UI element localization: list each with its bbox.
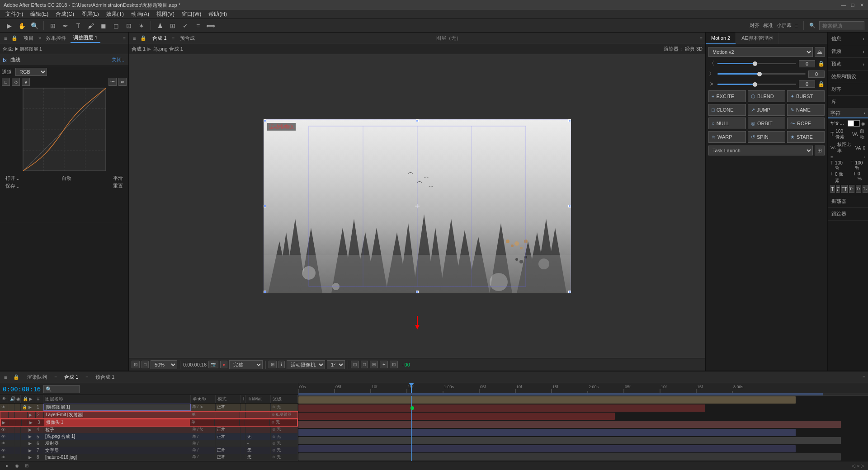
tool-select[interactable]: ▶: [4, 20, 14, 31]
comp-lock-icon[interactable]: 🔒: [139, 35, 148, 42]
save-btn[interactable]: 保存...: [5, 183, 19, 189]
tool-align[interactable]: ⊞: [167, 20, 178, 31]
l1-solo[interactable]: [14, 404, 21, 411]
breadcrumb-comp1[interactable]: 合成 1: [132, 46, 146, 52]
name-btn[interactable]: ✎ NAME: [787, 104, 825, 116]
l2-vis[interactable]: [0, 412, 9, 418]
l5-name[interactable]: [鸟.png 合成 1]: [43, 433, 191, 440]
tab-effects-ctrl[interactable]: 效果控件: [43, 34, 69, 42]
l1-vis[interactable]: 👁: [0, 404, 8, 411]
y-value-input[interactable]: [808, 70, 825, 78]
l2-audio[interactable]: [9, 412, 15, 418]
comp-header-icon[interactable]: ≡: [700, 36, 703, 41]
layer-row-8[interactable]: 👁 ▶ 8 [nature-016.jpg] 单 / 正常 无 ⊙ 无: [0, 454, 298, 461]
menu-view[interactable]: 视图(V): [153, 10, 178, 19]
curve-shape-3[interactable]: ∧: [22, 78, 30, 86]
vp-btn-2[interactable]: □: [142, 361, 149, 368]
handle-mr[interactable]: [568, 205, 571, 207]
audio-item[interactable]: 音频 ›: [828, 45, 868, 58]
l6-solo[interactable]: [14, 440, 21, 446]
l7-solo[interactable]: [14, 447, 21, 453]
preview-item[interactable]: 预览 ›: [828, 58, 868, 70]
l8-collapse[interactable]: ▶: [27, 454, 35, 461]
l7-name[interactable]: 文字层: [43, 447, 191, 454]
z-value-input[interactable]: [799, 80, 815, 88]
z-slider-handle[interactable]: [753, 82, 757, 87]
panel-header-icon[interactable]: ≡: [123, 36, 126, 41]
l3-vis[interactable]: ▶: [1, 419, 9, 426]
y-slider-handle[interactable]: [757, 72, 762, 76]
menu-window[interactable]: 窗口(W): [178, 10, 205, 19]
text-color-white[interactable]: [848, 120, 854, 127]
style-sub2[interactable]: Tₓ: [863, 185, 868, 193]
status-icon-1[interactable]: ●: [4, 463, 10, 469]
nav-right[interactable]: ▷: [861, 463, 864, 468]
l6-vis[interactable]: 👁: [0, 440, 8, 446]
tool-pen[interactable]: ✒: [60, 20, 71, 31]
l2-collapse[interactable]: ▶: [28, 412, 36, 418]
zoom-select[interactable]: 50% 100% 200%: [151, 360, 177, 369]
tl-tab-precomp[interactable]: 预合成 1: [93, 373, 117, 381]
tool-more[interactable]: ⟺: [205, 20, 216, 31]
l5-solo[interactable]: [14, 433, 21, 440]
menu-edit[interactable]: 编辑(E): [27, 10, 52, 19]
x-lock-icon[interactable]: 🔒: [818, 61, 825, 67]
z-slider[interactable]: [717, 84, 796, 85]
reset-btn[interactable]: 重置: [113, 183, 123, 189]
tl-tab-comp1[interactable]: 合成 1: [61, 373, 81, 381]
tool-puppet[interactable]: ✶: [136, 20, 147, 31]
tl-header-icon[interactable]: ≡: [863, 375, 865, 380]
l8-solo[interactable]: [14, 454, 21, 461]
maximize-button[interactable]: □: [850, 2, 855, 8]
l5-vis[interactable]: 👁: [0, 433, 8, 440]
handle-tl[interactable]: [264, 119, 266, 122]
l3-collapse[interactable]: ▶: [28, 419, 36, 426]
minimize-button[interactable]: —: [841, 2, 846, 8]
style-bold[interactable]: T: [830, 185, 835, 193]
tool-brush[interactable]: 🖌: [85, 20, 96, 31]
l4-collapse[interactable]: ▶: [27, 427, 35, 433]
l2-name[interactable]: LayerEmit [发射器]: [44, 412, 190, 418]
l6-name[interactable]: 发射器: [43, 440, 191, 446]
help-search[interactable]: [819, 21, 864, 30]
handle-ml[interactable]: [264, 205, 266, 207]
orbit-btn[interactable]: ◎ ORBIT: [748, 118, 785, 129]
tab-adjust-layer[interactable]: 调整图层 1: [71, 33, 100, 43]
comp-menu-icon[interactable]: ≡: [132, 35, 137, 42]
style-italic[interactable]: T: [836, 185, 840, 193]
layer-row-4[interactable]: 👁 ▶ 4 粒子 单 / fx 正常 ⊙ 无: [0, 427, 298, 433]
tool-check[interactable]: ✓: [180, 20, 191, 31]
l2-lock[interactable]: [21, 412, 28, 418]
vp-grid[interactable]: ⊞: [269, 361, 277, 368]
smooth-btn[interactable]: 平滑: [113, 175, 123, 182]
z-lock-icon[interactable]: 🔒: [818, 81, 825, 87]
tool-text[interactable]: T: [73, 20, 84, 31]
layer-row-7[interactable]: 👁 ▶ 7 文字层 单 / 正常 无 ⊙ 无: [0, 447, 298, 454]
layer-row-5[interactable]: 👁 ▶ 5 [鸟.png 合成 1] 单 / 正常 无 ⊙ 无: [0, 433, 298, 440]
viewport[interactable]: 运动模糊仅: [129, 54, 705, 358]
null-btn[interactable]: ○ NULL: [708, 118, 746, 129]
x-slider-handle[interactable]: [753, 61, 757, 66]
tl-tab-render[interactable]: 渲染队列: [24, 373, 50, 381]
clone-btn[interactable]: □ CLONE: [708, 104, 746, 116]
panel-menu-icon[interactable]: ≡: [3, 35, 8, 42]
tool-zoom[interactable]: 🔍: [29, 20, 40, 31]
tool-hand[interactable]: ✋: [16, 20, 27, 31]
curve-smooth-icon[interactable]: 〜: [108, 78, 117, 86]
tool-eraser[interactable]: ◻: [111, 20, 122, 31]
text-color-black[interactable]: [854, 120, 860, 127]
tab-project[interactable]: 项目: [21, 34, 36, 42]
handle-tm[interactable]: [416, 119, 419, 122]
nav-center[interactable]: ○: [857, 463, 859, 468]
l5-collapse[interactable]: ▶: [27, 433, 35, 440]
align-item[interactable]: 对齐: [828, 83, 868, 96]
auto-btn[interactable]: 自动: [61, 175, 71, 182]
x-slider[interactable]: [717, 63, 796, 64]
l7-vis[interactable]: 👁: [0, 447, 8, 453]
l1-lock[interactable]: 🔒: [21, 404, 27, 411]
l3-solo[interactable]: [15, 419, 22, 426]
view-select[interactable]: 1个 2个: [327, 360, 345, 369]
l5-lock[interactable]: [21, 433, 27, 440]
l4-solo[interactable]: [14, 427, 21, 433]
status-icon-2[interactable]: ◉: [14, 463, 20, 469]
